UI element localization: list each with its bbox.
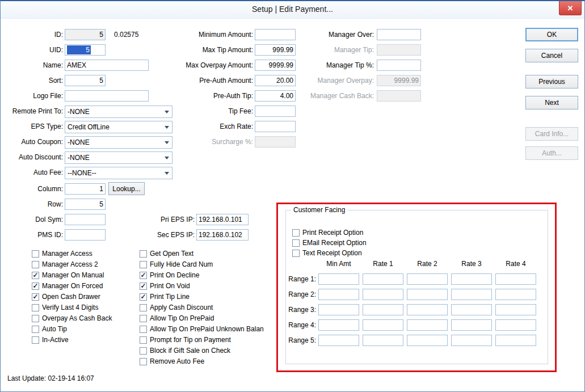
name-field[interactable]: AMEX — [65, 60, 149, 71]
range-1-rate-3-field[interactable] — [451, 273, 492, 285]
checkbox-manager-access-2[interactable]: Manager Access 2 — [32, 260, 98, 269]
remote-print-to-select[interactable]: -NONE — [65, 106, 172, 118]
pri-eps-ip-field[interactable]: 192.168.0.101 — [196, 214, 249, 225]
checkbox-manager-on-manual[interactable]: ✓ Manager On Manual — [32, 271, 104, 280]
pms-id-field[interactable] — [65, 229, 106, 241]
range-5-rate-1-field[interactable] — [363, 335, 403, 346]
lookup-button[interactable]: Lookup... — [108, 182, 145, 195]
auto-discount-select[interactable]: -NONE — [65, 151, 172, 164]
close-button[interactable]: ✕ — [559, 1, 582, 15]
checkbox-prompt-for-tip-on-payment[interactable]: Prompt for Tip on Payment — [140, 335, 231, 344]
window-title: Setup | Edit Payment... — [1, 1, 584, 18]
column-field[interactable]: 1 — [65, 183, 106, 195]
checkbox-verify-last-4-digits[interactable]: Verify Last 4 Digits — [32, 303, 98, 312]
next-button[interactable]: Next — [525, 96, 578, 109]
eps-type-select[interactable]: Credit OffLine — [65, 121, 172, 133]
surcharge-label: Surcharge %: — [171, 136, 253, 147]
manager-over-field[interactable] — [377, 29, 421, 40]
customer-facing-title: Customer Facing — [291, 206, 347, 214]
range-5-rate-2-field[interactable] — [407, 335, 448, 346]
pre-auth-tip-field[interactable]: 4.00 — [255, 90, 296, 102]
checkbox-label: Print Tip Line — [150, 293, 190, 301]
sort-field[interactable]: 5 — [65, 75, 106, 86]
range-3-rate-2-field[interactable] — [407, 304, 448, 315]
manager-tip-field — [377, 44, 421, 56]
range-5-rate-4-field[interactable] — [495, 335, 536, 346]
tip-fee-label: Tip Fee: — [171, 106, 253, 117]
range-2-rate-2-field[interactable] — [407, 289, 448, 300]
range-4-rate-4-field[interactable] — [495, 319, 536, 331]
checkbox-print-on-void[interactable]: ✓ Print On Void — [140, 281, 190, 290]
auto-discount-value: -NONE — [68, 154, 90, 162]
checkbox-print-tip-line[interactable]: ✓ Print Tip Line — [140, 292, 190, 301]
max-overpay-amount-field[interactable]: 9999.99 — [255, 60, 296, 71]
minimum-amount-field[interactable] — [255, 29, 296, 40]
checkbox-manager-on-forced[interactable]: ✓ Manager On Forced — [32, 281, 103, 290]
tip-fee-field[interactable] — [255, 106, 296, 117]
checkbox-in-active[interactable]: In-Active — [32, 335, 69, 344]
auto-fee-select[interactable]: --NONE-- — [65, 167, 172, 179]
col-header-rate-2: Rate 2 — [407, 259, 448, 268]
range-3-rate-3-field[interactable] — [451, 304, 492, 315]
manager-tip-pct-field[interactable] — [377, 60, 421, 71]
checkbox-box: ✓ — [140, 272, 147, 279]
range-2-rate-3-field[interactable] — [451, 289, 492, 300]
range-2-rate-1-field[interactable] — [363, 289, 403, 300]
range-5-rate-3-field[interactable] — [451, 335, 492, 346]
dol-sym-field[interactable] — [65, 214, 106, 225]
exch-rate-field[interactable] — [255, 121, 296, 132]
checkbox-get-open-text[interactable]: Get Open Text — [140, 249, 193, 258]
checkbox-text-receipt-option[interactable]: Text Receipt Option — [292, 248, 362, 258]
range-4-rate-1-field[interactable] — [363, 319, 403, 331]
range-3-label: Range 3: — [285, 304, 316, 315]
manager-tip-label: Manager Tip: — [304, 44, 374, 56]
range-1-min-amt-field[interactable] — [318, 273, 359, 285]
id-field[interactable]: 5 — [65, 29, 106, 40]
checkbox-allow-tip-on-prepaid[interactable]: Allow Tip On PrePaid — [140, 314, 214, 323]
remote-print-to-label: Remote Print To: — [5, 106, 63, 117]
range-3-rate-1-field[interactable] — [363, 304, 403, 315]
ok-button[interactable]: OK — [525, 28, 578, 41]
checkbox-label: Overpay As Cash Back — [42, 314, 112, 322]
pre-auth-amount-field[interactable]: 20.00 — [255, 75, 296, 86]
range-1-rate-1-field[interactable] — [363, 273, 403, 285]
checkbox-label: Allow Tip On PrePaid Unknown Balan — [150, 325, 264, 333]
checkbox-label: Remove Auto Fee — [150, 357, 204, 365]
auto-fee-label: Auto Fee: — [5, 167, 63, 178]
checkbox-print-on-decline[interactable]: ✓ Print On Decline — [140, 271, 199, 280]
range-4-rate-2-field[interactable] — [407, 319, 448, 331]
range-1-rate-2-field[interactable] — [407, 273, 448, 285]
checkbox-manager-access[interactable]: Manager Access — [32, 249, 92, 258]
range-4-min-amt-field[interactable] — [318, 319, 359, 331]
checkbox-box — [140, 261, 147, 268]
checkbox-remove-auto-fee[interactable]: Remove Auto Fee — [140, 357, 204, 366]
range-3-rate-4-field[interactable] — [495, 304, 536, 315]
checkbox-fully-hide-card-num[interactable]: Fully Hide Card Num — [140, 260, 213, 269]
range-5-min-amt-field[interactable] — [318, 335, 359, 346]
checkbox-auto-tip[interactable]: Auto Tip — [32, 324, 67, 334]
previous-button[interactable]: Previous — [525, 75, 578, 88]
exch-rate-label: Exch Rate: — [171, 121, 253, 132]
row-field[interactable]: 5 — [65, 199, 106, 210]
sec-eps-ip-label: Sec EPS IP: — [145, 229, 195, 241]
checkbox-open-cash-drawer[interactable]: ✓ Open Cash Drawer — [32, 292, 100, 301]
logo-file-field[interactable] — [65, 90, 149, 102]
checkbox-email-receipt-option[interactable]: EMail Receipt Option — [292, 238, 367, 247]
checkbox-apply-cash-discount[interactable]: Apply Cash Discount — [140, 303, 213, 312]
range-3-min-amt-field[interactable] — [318, 304, 359, 315]
sec-eps-ip-field[interactable]: 192.168.0.102 — [196, 229, 249, 241]
range-1-rate-4-field[interactable] — [495, 273, 536, 285]
auto-discount-label: Auto Discount: — [5, 151, 63, 163]
checkbox-block-if-gift-sale-on-check[interactable]: Block if Gift Sale on Check — [140, 346, 230, 355]
auto-coupon-select[interactable]: -NONE — [65, 136, 172, 149]
max-tip-amount-field[interactable]: 999.99 — [255, 44, 296, 56]
cancel-button[interactable]: Cancel — [525, 49, 578, 62]
pre-auth-tip-label: Pre-Auth Tip: — [171, 90, 253, 102]
uid-field[interactable]: 5 — [65, 44, 106, 56]
checkbox-print-receipt-option[interactable]: Print Receipt Option — [292, 228, 363, 237]
range-4-rate-3-field[interactable] — [451, 319, 492, 331]
checkbox-overpay-as-cash-back[interactable]: Overpay As Cash Back — [32, 314, 112, 323]
range-2-rate-4-field[interactable] — [495, 289, 536, 300]
range-2-min-amt-field[interactable] — [318, 289, 359, 300]
checkbox-allow-tip-on-prepaid-unknown-balance[interactable]: Allow Tip On PrePaid Unknown Balan — [140, 324, 264, 334]
